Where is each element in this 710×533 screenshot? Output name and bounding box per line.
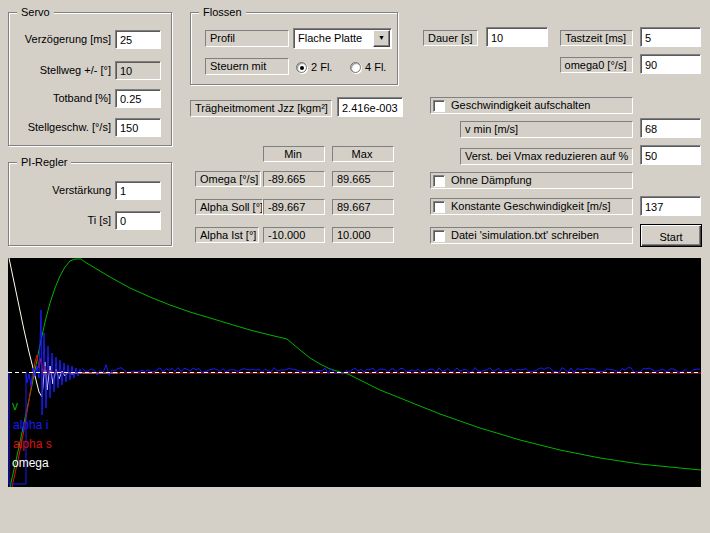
plot-legend-v: v <box>12 399 18 413</box>
checkbox-ohne-daempfung[interactable]: Ohne Dämpfung <box>430 172 633 189</box>
checkbox-konstante-label: Konstante Geschwindigkeit [m/s] <box>451 200 611 213</box>
omega0-label: omega0 [°/s] <box>560 57 633 73</box>
plot-legend-alpha-s: alpha s <box>13 437 52 451</box>
minmax-min-header: Min <box>263 146 325 162</box>
alpha-ist-min-value: -10.000 <box>263 227 325 243</box>
simulation-plot-canvas: valpha ialpha somega <box>8 258 701 487</box>
servo-groupbox: Servo Verzögerung [ms] Stellweg +/- [°] … <box>8 12 172 146</box>
omega-row-label: Omega [°/s] <box>195 171 261 187</box>
flossen-groupbox: Flossen Profil Flache Platte ▼ Steuern m… <box>190 12 398 85</box>
radio-2fl[interactable]: 2 Fl. <box>296 60 332 74</box>
radio-4fl-circle[interactable] <box>350 62 361 73</box>
chevron-down-icon[interactable]: ▼ <box>373 30 390 47</box>
dauer-label: Dauer [s] <box>423 30 478 46</box>
checkbox-box[interactable] <box>433 201 445 213</box>
curve-omega <box>9 258 118 397</box>
traegheitsmoment-label: Trägheitmoment Jzz [kgm²] <box>190 100 332 117</box>
pi-regler-groupbox: PI-Regler Verstärkung Ti [s] <box>8 162 172 246</box>
steuern-mit-label: Steuern mit <box>205 58 289 75</box>
alpha-soll-max-value: 89.667 <box>332 199 394 215</box>
totband-input[interactable] <box>115 89 161 108</box>
servo-group-title: Servo <box>17 5 54 19</box>
checkbox-box[interactable] <box>433 230 445 242</box>
stellgeschw-label: Stellgeschw. [°/s] <box>11 120 111 134</box>
verst-vmax-label: Verst. bei Vmax reduzieren auf % <box>460 148 633 165</box>
verstaerkung-input[interactable] <box>115 181 161 200</box>
checkbox-datei-label: Datei 'simulation.txt' schreiben <box>451 229 599 242</box>
curve-alpha_s <box>12 355 701 487</box>
profil-dropdown-value: Flache Platte <box>294 29 372 48</box>
checkbox-geschwindigkeit-aufschalten[interactable]: Geschwindigkeit aufschalten <box>430 97 633 114</box>
traegheitsmoment-input[interactable] <box>337 97 403 117</box>
alpha-soll-row-label: Alpha Soll [°] <box>195 199 263 215</box>
checkbox-datei-schreiben[interactable]: Datei 'simulation.txt' schreiben <box>430 227 633 244</box>
radio-2fl-circle[interactable] <box>296 62 307 73</box>
simulation-app-window: { "servo": { "title": "Servo", "rows": [… <box>0 0 710 533</box>
radio-4fl[interactable]: 4 Fl. <box>350 60 386 74</box>
radio-selected-dot <box>300 66 304 70</box>
verstaerkung-label: Verstärkung <box>11 183 111 197</box>
alpha-ist-row-label: Alpha Ist [°] <box>195 227 259 243</box>
verzoegerung-label: Verzögerung [ms] <box>11 32 111 46</box>
start-button[interactable]: Start <box>640 224 702 247</box>
profil-label: Profil <box>205 30 289 47</box>
checkbox-box[interactable] <box>433 100 445 112</box>
curve-alpha_i_noise <box>82 365 700 376</box>
radio-4fl-label: 4 Fl. <box>365 61 386 73</box>
pi-regler-group-title: PI-Regler <box>17 155 71 169</box>
vmin-label: v min [m/s] <box>460 121 633 138</box>
ti-label: Ti [s] <box>11 213 111 227</box>
verst-vmax-input[interactable] <box>640 145 701 165</box>
tastzeit-label: Tastzeit [ms] <box>560 30 633 46</box>
checkbox-konstante-geschwindigkeit[interactable]: Konstante Geschwindigkeit [m/s] <box>430 198 633 215</box>
checkbox-box[interactable] <box>433 175 445 187</box>
omega-max-value: 89.665 <box>332 171 394 187</box>
dauer-input[interactable] <box>486 27 548 47</box>
alpha-ist-max-value: 10.000 <box>332 227 394 243</box>
totband-label: Totband [%] <box>11 91 111 105</box>
konstante-geschwindigkeit-input[interactable] <box>640 196 701 216</box>
omega-min-value: -89.665 <box>263 171 325 187</box>
flossen-group-title: Flossen <box>199 5 246 19</box>
stellweg-input <box>115 61 161 80</box>
radio-2fl-label: 2 Fl. <box>311 61 332 73</box>
profil-dropdown[interactable]: Flache Platte ▼ <box>293 28 392 49</box>
plot-legend-alpha-i: alpha i <box>13 418 48 432</box>
checkbox-geschwindigkeit-label: Geschwindigkeit aufschalten <box>451 99 590 112</box>
plot-legend-omega: omega <box>12 456 49 470</box>
verzoegerung-input[interactable] <box>115 30 161 49</box>
simulation-plot: valpha ialpha somega <box>8 258 701 487</box>
checkbox-ohne-daempfung-label: Ohne Dämpfung <box>451 174 532 187</box>
minmax-max-header: Max <box>332 146 394 162</box>
vmin-input[interactable] <box>640 118 701 138</box>
stellgeschw-input[interactable] <box>115 118 161 137</box>
stellweg-label: Stellweg +/- [°] <box>11 63 111 77</box>
alpha-soll-min-value: -89.667 <box>263 199 325 215</box>
ti-input[interactable] <box>115 211 161 230</box>
omega0-input[interactable] <box>640 54 701 74</box>
tastzeit-input[interactable] <box>640 27 701 47</box>
